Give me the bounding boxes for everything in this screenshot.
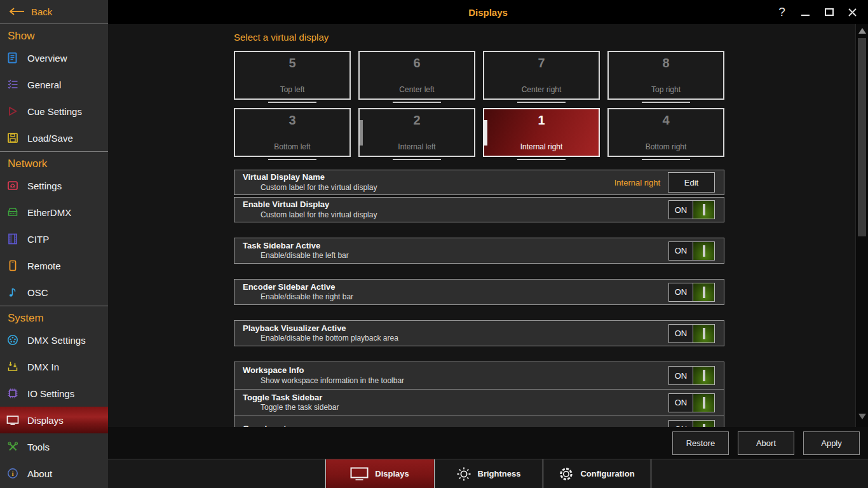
sidebar-item-etherdmx[interactable]: EtherDMX	[0, 199, 108, 226]
sidebar-item-displays[interactable]: Displays	[0, 407, 108, 433]
monitor-stand	[268, 102, 316, 103]
scrollbar-thumb[interactable]	[858, 38, 866, 236]
node-icon	[6, 207, 19, 218]
displays-settings-window: Back Show Overview General Cue Settings …	[0, 0, 868, 488]
maximize-button[interactable]	[817, 0, 841, 24]
tab-brightness[interactable]: Brightness	[434, 459, 543, 488]
tools-icon	[6, 441, 19, 452]
sidebar-item-label: Load/Save	[27, 133, 73, 144]
setting-row-enable-virtual-display: Enable Virtual Display Custom label for …	[234, 197, 724, 222]
back-label: Back	[31, 6, 52, 17]
virtual-display-tile-5[interactable]: 5 Top left	[234, 51, 351, 100]
virtual-display-tile-2[interactable]: 2 Internal left	[358, 108, 475, 157]
tab-configuration[interactable]: Configuration	[543, 459, 651, 488]
toggle-knob	[693, 242, 714, 260]
sidebar-item-osc[interactable]: OSC	[0, 279, 108, 306]
section-show: Show Overview General Cue Settings Load/…	[0, 24, 108, 151]
tab-label: Brightness	[478, 469, 521, 478]
task-sidebar-mark	[484, 120, 487, 146]
sidebar-item-load-save[interactable]: Load/Save	[0, 125, 108, 151]
toggle-knob	[693, 201, 714, 219]
task-sidebar-toggle[interactable]: ON	[668, 241, 715, 261]
toggle-knob	[693, 367, 714, 384]
sun-icon	[456, 466, 471, 482]
sidebar-item-label: CITP	[27, 234, 49, 245]
setting-row-grandmaster: Grandmaster ON	[234, 416, 724, 427]
virtual-display-tile-8[interactable]: 8 Top right	[607, 51, 724, 100]
sidebar-item-tools[interactable]: Tools	[0, 433, 108, 460]
minimize-button[interactable]	[794, 0, 817, 24]
sidebar-item-label: OSC	[27, 287, 48, 298]
sidebar-item-general[interactable]: General	[0, 71, 108, 98]
back-arrow-icon	[8, 6, 25, 18]
sidebar-item-label: About	[27, 468, 52, 479]
filmstrip-icon	[6, 233, 19, 245]
footer-bar: Restore Abort Apply	[108, 427, 868, 459]
sidebar-item-network-settings[interactable]: Settings	[0, 172, 108, 199]
chip-icon	[6, 388, 19, 399]
toggle-task-sidebar-toggle[interactable]: ON	[668, 393, 715, 412]
edit-button[interactable]: Edit	[668, 172, 715, 193]
apply-button[interactable]: Apply	[803, 431, 860, 455]
info-icon: i	[6, 468, 19, 479]
enable-virtual-display-toggle[interactable]: ON	[668, 200, 715, 219]
monitor-icon	[350, 467, 369, 481]
maximize-icon	[825, 8, 834, 16]
sidebar: Back Show Overview General Cue Settings …	[0, 0, 108, 488]
overview-icon	[6, 52, 19, 64]
phone-icon	[6, 260, 19, 271]
virtual-display-tile-3[interactable]: 3 Bottom left	[234, 108, 351, 157]
close-button[interactable]	[841, 0, 864, 24]
setting-row-virtual-display-name: Virtual Display Name Custom label for th…	[234, 170, 724, 195]
sidebar-item-dmx-settings[interactable]: DMX Settings	[0, 327, 108, 353]
arrows-in-icon	[6, 361, 19, 372]
abort-button[interactable]: Abort	[738, 431, 794, 455]
tab-displays[interactable]: Displays	[325, 459, 434, 488]
monitor-stand	[517, 102, 566, 103]
close-icon	[848, 8, 857, 17]
scroll-up-icon[interactable]	[858, 28, 866, 34]
sidebar-item-label: General	[27, 79, 61, 90]
setting-row-encoder-sidebar: Encoder Sidebar Active Enable/disable th…	[234, 279, 724, 305]
toggle-knob	[693, 283, 714, 301]
virtual-display-tile-4[interactable]: 4 Bottom right	[607, 108, 724, 157]
sidebar-item-about[interactable]: i About	[0, 460, 108, 487]
virtual-display-grid: 5 Top left 6 Center left 7 Center right …	[234, 51, 724, 160]
sidebar-item-cue-settings[interactable]: Cue Settings	[0, 98, 108, 125]
toggle-knob	[693, 325, 714, 342]
display-name-group: Virtual Display Name Custom label for th…	[234, 170, 724, 222]
sidebar-item-citp[interactable]: CITP	[0, 226, 108, 252]
playback-visualizer-toggle[interactable]: ON	[668, 324, 715, 343]
setting-row-workspace-info: Workspace Info Show workspace informatio…	[234, 362, 724, 389]
virtual-display-tile-7[interactable]: 7 Center right	[483, 51, 600, 100]
sidebar-item-label: Cue Settings	[27, 106, 82, 117]
restore-button[interactable]: Restore	[672, 431, 729, 455]
encoder-sidebar-toggle[interactable]: ON	[668, 283, 715, 302]
sidebar-item-io-settings[interactable]: IO Settings	[0, 380, 108, 407]
sidebar-item-label: Displays	[27, 415, 64, 426]
section-system: System DMX Settings DMX In IO Settings D…	[0, 306, 108, 487]
virtual-display-tile-6[interactable]: 6 Center left	[358, 51, 475, 100]
monitor-stand	[642, 102, 690, 103]
sidebar-item-overview[interactable]: Overview	[0, 44, 108, 71]
sidebar-item-remote[interactable]: Remote	[0, 252, 108, 279]
section-header-system: System	[0, 306, 108, 327]
section-header-show: Show	[0, 24, 108, 44]
monitor-icon	[6, 414, 19, 426]
help-button[interactable]: ?	[770, 0, 794, 24]
dmx-connector-icon	[6, 334, 19, 346]
workspace-info-toggle[interactable]: ON	[668, 366, 715, 385]
sidebar-item-label: EtherDMX	[27, 207, 71, 218]
back-button[interactable]: Back	[0, 0, 108, 24]
gear-icon	[559, 466, 574, 482]
page-title: Select a virtual display	[234, 24, 724, 43]
main-content: Select a virtual display 5 Top left 6 Ce…	[108, 24, 855, 427]
virtual-display-tile-1-selected[interactable]: 1 Internal right	[483, 108, 600, 157]
sidebar-item-dmx-in[interactable]: DMX In	[0, 353, 108, 380]
monitor-stand	[642, 159, 690, 160]
sidebar-item-label: Overview	[27, 53, 67, 64]
grandmaster-toggle[interactable]: ON	[668, 420, 715, 428]
vertical-scrollbar[interactable]	[855, 24, 868, 427]
floppy-icon	[6, 132, 19, 144]
scroll-down-icon[interactable]	[858, 414, 866, 419]
